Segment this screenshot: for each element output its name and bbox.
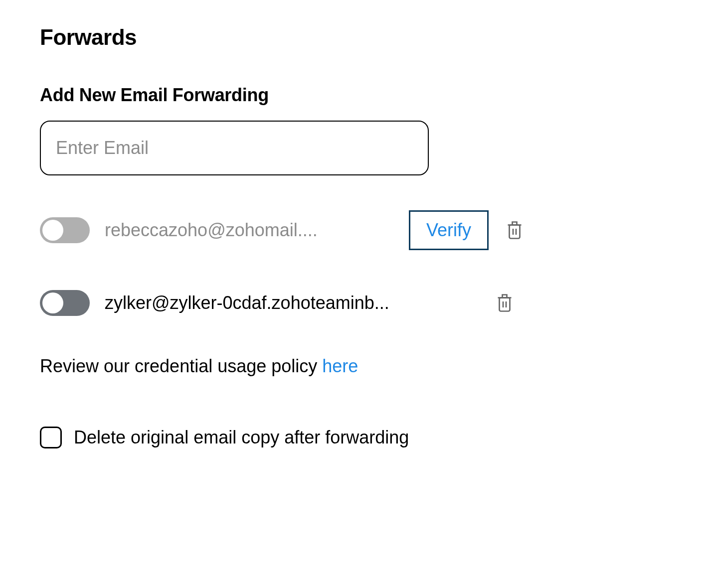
svg-rect-0 <box>510 225 520 239</box>
delete-forward-button-0[interactable] <box>504 218 526 242</box>
verify-button[interactable]: Verify <box>409 210 489 250</box>
delete-original-row: Delete original email copy after forward… <box>40 427 675 448</box>
forward-toggle-1[interactable] <box>40 290 90 316</box>
policy-link[interactable]: here <box>322 356 358 376</box>
trash-icon <box>496 293 514 313</box>
email-input[interactable] <box>40 121 429 175</box>
delete-forward-button-1[interactable] <box>494 291 516 315</box>
svg-rect-1 <box>500 298 510 311</box>
forward-email-1: zylker@zylker-0cdaf.zohoteaminb... <box>105 293 479 313</box>
forward-email-0: rebeccazoho@zohomail.... <box>105 220 394 241</box>
forward-row-0: rebeccazoho@zohomail.... Verify <box>40 210 675 250</box>
forward-row-1: zylker@zylker-0cdaf.zohoteaminb... <box>40 290 675 316</box>
trash-icon <box>506 220 524 241</box>
page-title: Forwards <box>40 25 675 50</box>
forward-toggle-0[interactable] <box>40 217 90 243</box>
delete-original-checkbox[interactable] <box>40 427 62 448</box>
delete-original-label: Delete original email copy after forward… <box>74 427 409 448</box>
add-forwarding-label: Add New Email Forwarding <box>40 85 675 106</box>
policy-prefix: Review our credential usage policy <box>40 356 322 376</box>
policy-text: Review our credential usage policy here <box>40 356 675 377</box>
